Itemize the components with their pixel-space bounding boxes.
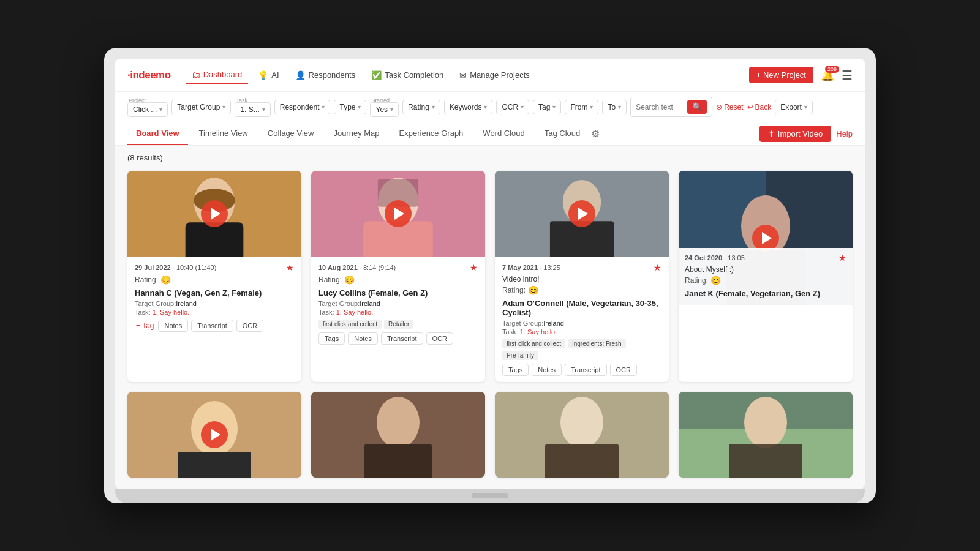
card-actions-2: Tags Notes Transcript OCR <box>318 332 478 345</box>
to-filter: To ▾ <box>602 100 627 114</box>
tag-chip[interactable]: first click and collect <box>318 320 382 329</box>
tab-journey-map[interactable]: Journey Map <box>325 122 388 145</box>
star-icon-4[interactable]: ★ <box>839 253 846 263</box>
type-select[interactable]: Type ▾ <box>334 100 366 114</box>
star-icon-3[interactable]: ★ <box>654 263 662 272</box>
tab-timeline-view[interactable]: Timeline View <box>190 122 257 145</box>
cards-grid: 29 Jul 2022 · 10:40 (11:40) ★ Rating: 😊 … <box>127 171 853 478</box>
ocr-filter: OCR ▾ <box>496 100 529 114</box>
card-thumbnail-3[interactable] <box>495 171 669 257</box>
tab-tag-cloud[interactable]: Tag Cloud <box>536 122 589 145</box>
notification-button[interactable]: 🔔 209 <box>821 69 834 82</box>
card-thumbnail-7[interactable] <box>495 392 669 478</box>
play-button-3[interactable] <box>568 200 595 227</box>
back-arrow-icon: ↩ <box>747 103 753 111</box>
notification-badge: 209 <box>825 66 839 73</box>
transcript-button-1[interactable]: Transcript <box>191 320 233 332</box>
chevron-down-icon: ▾ <box>222 103 225 110</box>
tags-button-3[interactable]: Tags <box>502 364 529 376</box>
tab-board-view[interactable]: Board View <box>127 122 188 145</box>
starred-select[interactable]: Yes ▾ <box>370 102 399 117</box>
card-target-group-3: Target Group:Ireland <box>502 320 662 327</box>
card-thumbnail-8[interactable] <box>679 392 853 478</box>
nav-manage-projects[interactable]: ✉ Manage Projects <box>453 67 536 84</box>
transcript-button-3[interactable]: Transcript <box>565 364 607 376</box>
target-group-filter: Target Group ▾ <box>172 100 231 114</box>
target-group-select[interactable]: Target Group ▾ <box>172 100 231 114</box>
tag-chip[interactable]: Retailer <box>384 320 413 329</box>
chevron-down-icon: ▾ <box>262 106 265 113</box>
nav-task-completion[interactable]: ✅ Task Completion <box>365 67 450 84</box>
notes-button-3[interactable]: Notes <box>532 364 562 376</box>
respondent-select[interactable]: Respondent ▾ <box>274 100 331 114</box>
card-thumbnail-1[interactable] <box>127 171 301 257</box>
nav-ai[interactable]: 💡 AI <box>252 67 285 84</box>
new-project-button[interactable]: + New Project <box>749 67 813 83</box>
card-date-2: 10 Aug 2021 · 8:14 (9:14) ★ <box>318 263 478 272</box>
keywords-select[interactable]: Keywords ▾ <box>444 100 493 114</box>
rating-select[interactable]: Rating ▾ <box>402 100 440 114</box>
nav-dashboard[interactable]: 🗂 Dashboard <box>186 66 249 84</box>
card-task-1: Task: 1. Say hello. <box>135 309 294 316</box>
to-select[interactable]: To ▾ <box>602 100 627 114</box>
video-card-4: 24 Oct 2020 · 13:05 ★ About Myself :) Ra… <box>679 171 853 382</box>
video-card-5 <box>127 392 301 478</box>
transcript-button-2[interactable]: Transcript <box>381 332 423 345</box>
manage-icon: ✉ <box>459 70 467 80</box>
svg-point-27 <box>744 397 787 448</box>
card-thumbnail-5[interactable] <box>127 392 301 478</box>
tag-chip[interactable]: first click and collect <box>502 339 565 348</box>
tag-select[interactable]: Tag ▾ <box>533 100 561 114</box>
chevron-down-icon: ▾ <box>521 103 524 110</box>
tag-chip[interactable]: Ingredients: Fresh <box>568 339 626 348</box>
play-button-5[interactable] <box>201 421 228 448</box>
rating-emoji-1: 😊 <box>160 275 171 285</box>
export-select[interactable]: Export ▾ <box>775 100 813 114</box>
play-button-1[interactable] <box>201 200 228 227</box>
tab-experience-graph[interactable]: Experience Graph <box>391 122 472 145</box>
star-icon-2[interactable]: ★ <box>470 263 478 272</box>
ocr-button-3[interactable]: OCR <box>610 364 637 376</box>
star-icon-1[interactable]: ★ <box>286 263 294 272</box>
tags-button-2[interactable]: Tags <box>318 332 345 345</box>
add-tag-button-1[interactable]: + Tag <box>135 320 155 332</box>
upload-icon: ⬆ <box>768 129 775 138</box>
svg-rect-2 <box>186 222 244 257</box>
ocr-select[interactable]: OCR ▾ <box>496 100 529 114</box>
task-filter-select[interactable]: 1. S... ▾ <box>235 102 270 117</box>
notes-button-1[interactable]: Notes <box>158 320 188 332</box>
import-video-button[interactable]: ⬆ Import Video <box>760 126 831 142</box>
ocr-button-2[interactable]: OCR <box>426 332 453 345</box>
play-button-2[interactable] <box>385 200 412 227</box>
tag-chip[interactable]: Pre-family <box>502 351 538 360</box>
help-link[interactable]: Help <box>836 129 853 138</box>
project-filter-select[interactable]: Click ... ▾ <box>127 102 168 117</box>
chevron-down-icon: ▾ <box>322 103 325 110</box>
hamburger-menu[interactable]: ☰ <box>842 68 853 83</box>
search-button[interactable]: 🔍 <box>687 100 707 114</box>
nav-right-actions: + New Project 🔔 209 ☰ <box>749 67 853 83</box>
chevron-down-icon: ▾ <box>390 106 393 113</box>
card-thumbnail-2[interactable] <box>311 171 485 257</box>
tab-word-cloud[interactable]: Word Cloud <box>474 122 533 145</box>
card-thumbnail-4[interactable]: 24 Oct 2020 · 13:05 ★ About Myself :) Ra… <box>679 171 853 305</box>
reset-button[interactable]: ⊗ Reset <box>716 103 743 111</box>
ocr-button-1[interactable]: OCR <box>236 320 263 332</box>
chevron-down-icon: ▾ <box>618 103 621 110</box>
task-filter: Task 1. S... ▾ <box>235 102 270 117</box>
chevron-down-icon: ▾ <box>804 103 807 110</box>
svg-point-20 <box>377 397 420 448</box>
card-thumbnail-6[interactable] <box>311 392 485 478</box>
tab-collage-view[interactable]: Collage View <box>259 122 323 145</box>
svg-point-23 <box>560 397 603 448</box>
from-select[interactable]: From ▾ <box>565 100 598 114</box>
settings-icon[interactable]: ⚙ <box>591 128 600 140</box>
notes-button-2[interactable]: Notes <box>348 332 378 345</box>
search-input[interactable] <box>636 103 685 111</box>
card-target-group-1: Target Group:Ireland <box>135 300 294 307</box>
card-video-intro-4: About Myself :) <box>685 265 846 274</box>
ai-icon: 💡 <box>258 70 268 80</box>
dashboard-icon: 🗂 <box>192 70 200 80</box>
nav-respondents[interactable]: 👤 Respondents <box>289 67 362 84</box>
back-button[interactable]: ↩ Back <box>747 103 772 111</box>
